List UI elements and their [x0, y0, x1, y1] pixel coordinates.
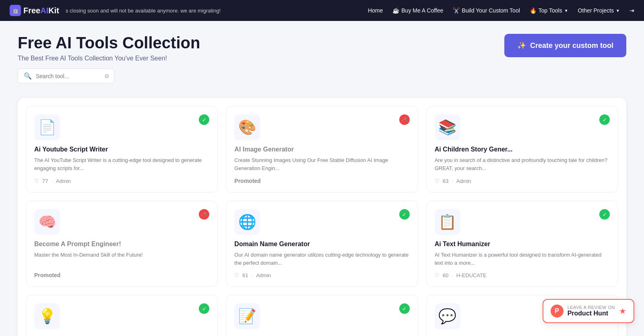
nav-other-projects[interactable]: Other Projects ▼ — [578, 7, 620, 14]
promoted-badge: 📣 — [199, 209, 209, 220]
logo[interactable]: 🤖 FreeAIKit — [10, 5, 59, 16]
tool-footer: Promoted — [34, 272, 209, 278]
tool-description: The AI YouTube Script Writer is a cuttin… — [34, 156, 209, 172]
like-count: 60 — [443, 272, 448, 278]
login-icon: ⇥ — [630, 7, 634, 14]
promoted-label: Promoted — [34, 272, 60, 278]
tool-card-header: 📋 ✓ — [435, 209, 610, 235]
like-count: 77 — [42, 178, 48, 184]
tool-card[interactable]: 📝 ✓ — [226, 295, 418, 336]
tool-footer: ♡ 61 · Admin — [234, 272, 409, 278]
promoted-badge: 📣 — [399, 114, 410, 125]
tool-footer: Promoted — [234, 178, 409, 184]
tool-card[interactable]: 🎨 📣 AI Image Generator Create Stunning I… — [226, 106, 418, 193]
tool-description: Our AI domain name generator utilizes cu… — [234, 251, 409, 267]
tool-title: Ai Text Humanizer — [435, 241, 610, 248]
logo-kit: Kit — [48, 6, 59, 15]
verified-badge: ✓ — [399, 303, 410, 314]
logo-icon: 🤖 — [10, 5, 21, 16]
filter-icon[interactable]: ⚙ — [104, 73, 109, 79]
tool-card-header: 📝 ✓ — [234, 303, 409, 329]
tool-card[interactable]: 💡 ✓ — [26, 295, 218, 336]
ph-leave-text: LEAVE A REVIEW ON — [568, 305, 615, 310]
tool-icon: 💬 — [435, 303, 460, 329]
tool-author: H-EDUCATE — [456, 272, 487, 278]
tool-icon: 📋 — [435, 209, 460, 235]
tool-author: Admin — [256, 272, 271, 278]
page-title: Free AI Tools Collection — [18, 34, 200, 52]
ticker: s closing soon and will not be available… — [66, 8, 368, 14]
verified-badge: ✓ — [199, 114, 209, 125]
tool-description: Master the Most In-Demand Skill of the F… — [34, 251, 209, 266]
nav-home[interactable]: Home — [368, 7, 383, 14]
tool-card-header: 🎨 📣 — [234, 114, 409, 140]
nav-custom-tool[interactable]: ✂️ Build Your Custom Tool — [453, 7, 520, 14]
tool-description: AI Text Humanizer is a powerful tool des… — [435, 251, 610, 267]
tool-card-header: 🧠 📣 — [34, 209, 209, 235]
tool-card-header: 💡 ✓ — [34, 303, 209, 329]
tool-title: Ai Children Story Gener... — [435, 146, 610, 153]
tool-author: Admin — [456, 178, 471, 184]
nav-coffee[interactable]: ☕ Buy Me A Coffee — [392, 7, 443, 14]
fire-icon: 🔥 — [530, 7, 537, 14]
ph-logo: P — [551, 305, 564, 317]
create-custom-tool-button[interactable]: ✨ Create your custom tool — [504, 34, 626, 57]
tool-card[interactable]: 📚 ✓ Ai Children Story Gener... Are you i… — [426, 106, 618, 193]
tools-container: 📄 ✓ Ai Youtube Script Writer The AI YouT… — [18, 98, 626, 336]
product-hunt-badge[interactable]: P LEAVE A REVIEW ON Product Hunt ★ — [543, 299, 634, 323]
promoted-label: Promoted — [234, 178, 260, 184]
tool-footer: ♡ 63 · Admin — [435, 178, 610, 184]
tool-card[interactable]: 🌐 ✓ Domain Name Generator Our AI domain … — [226, 201, 418, 287]
ph-product-hunt-name: Product Hunt — [568, 310, 615, 317]
tool-card[interactable]: 📄 ✓ Ai Youtube Script Writer The AI YouT… — [26, 106, 218, 193]
header-area: Free AI Tools Collection The Best Free A… — [18, 21, 626, 98]
tool-card[interactable]: 🧠 📣 Become A Prompt Engineer! Master the… — [26, 201, 218, 287]
other-projects-arrow: ▼ — [616, 8, 620, 13]
verified-badge: ✓ — [599, 114, 610, 125]
logo-ai: AI — [40, 6, 48, 15]
page-wrapper: Free AI Tools Collection The Best Free A… — [8, 21, 636, 336]
nav-links: Home ☕ Buy Me A Coffee ✂️ Build Your Cus… — [368, 7, 634, 14]
tool-icon: 📚 — [435, 114, 460, 140]
header-left: Free AI Tools Collection The Best Free A… — [18, 34, 200, 91]
nav-login[interactable]: ⇥ — [630, 7, 634, 14]
search-area: 🔍 ⚙ — [18, 68, 200, 83]
verified-badge: ✓ — [399, 209, 410, 220]
nav-top-tools[interactable]: 🔥 Top Tools ▼ — [530, 7, 568, 14]
top-tools-arrow: ▼ — [564, 8, 568, 13]
tools-grid: 📄 ✓ Ai Youtube Script Writer The AI YouT… — [26, 106, 618, 336]
logo-free: Free — [23, 6, 40, 15]
tool-icon: 🌐 — [234, 209, 260, 235]
like-count: 61 — [242, 272, 248, 278]
header-right: ✨ Create your custom tool — [504, 34, 626, 57]
custom-tool-icon: ✂️ — [453, 7, 460, 14]
search-input[interactable] — [36, 73, 100, 79]
tool-author: Admin — [56, 178, 71, 184]
tool-icon: 📝 — [234, 303, 260, 329]
heart-icon: ♡ — [34, 178, 39, 184]
verified-badge: ✓ — [199, 303, 209, 314]
page-subtitle: The Best Free AI Tools Collection You've… — [18, 55, 200, 62]
tool-icon: 🧠 — [34, 209, 60, 235]
tool-footer: ♡ 77 · Admin — [34, 178, 209, 184]
tool-title: Domain Name Generator — [234, 241, 409, 248]
tool-title: Ai Youtube Script Writer — [34, 146, 209, 153]
tool-card[interactable]: 📋 ✓ Ai Text Humanizer AI Text Humanizer … — [426, 201, 618, 287]
tool-description: Create Stunning Images Using Our Free St… — [234, 156, 409, 172]
heart-icon: ♡ — [435, 272, 440, 278]
tool-title: Become A Prompt Engineer! — [34, 241, 209, 248]
search-bar: 🔍 ⚙ — [18, 68, 114, 83]
ph-text: LEAVE A REVIEW ON Product Hunt — [568, 305, 615, 317]
like-count: 63 — [443, 178, 448, 184]
tool-title: AI Image Generator — [234, 146, 409, 153]
search-icon: 🔍 — [24, 72, 32, 80]
tool-card-header: 📄 ✓ — [34, 114, 209, 140]
heart-icon: ♡ — [435, 178, 440, 184]
heart-icon: ♡ — [234, 272, 239, 278]
verified-badge: ✓ — [599, 209, 610, 220]
tool-card-header: 🌐 ✓ — [234, 209, 409, 235]
sparkle-icon: ✨ — [517, 41, 526, 50]
tool-icon: 🎨 — [234, 114, 260, 140]
coffee-icon: ☕ — [392, 7, 399, 14]
tool-card-header: 📚 ✓ — [435, 114, 610, 140]
